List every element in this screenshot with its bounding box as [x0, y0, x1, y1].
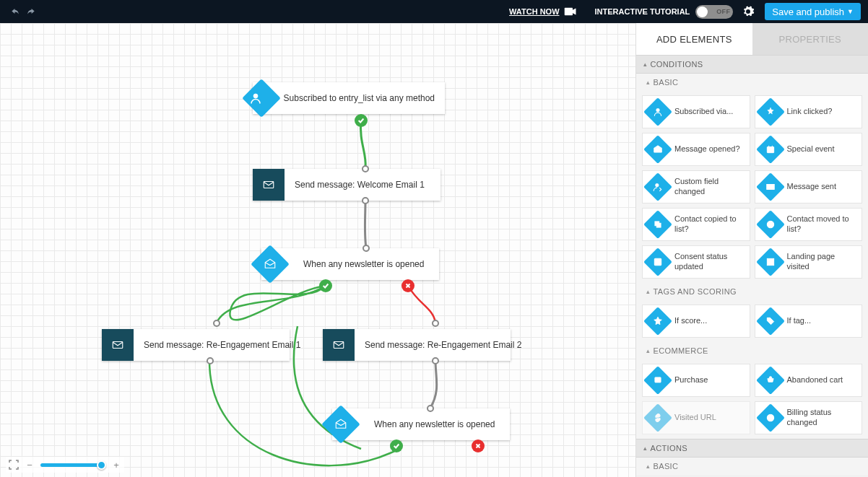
section-conditions[interactable]: CONDITIONS: [636, 55, 868, 74]
section-actions[interactable]: ACTIONS: [636, 439, 868, 458]
watch-now-label: WATCH NOW: [509, 7, 559, 16]
svg-rect-0: [564, 8, 572, 16]
envelope-icon: [253, 169, 285, 201]
subsection-ecommerce[interactable]: ECOMMERCE: [636, 342, 868, 359]
save-label: Save and publish: [772, 6, 844, 17]
svg-rect-6: [767, 147, 773, 153]
node-label: Send message: Re-Engagement Email 2: [355, 340, 531, 350]
node-label: When any newsletter is opened: [293, 259, 434, 269]
tab-add-elements[interactable]: ADD ELEMENTS: [636, 23, 752, 55]
undo-arrow-icon: [10, 6, 20, 17]
flow-node-reengagement-2[interactable]: Send message: Re-Engagement Email 2: [323, 329, 511, 361]
true-output-badge[interactable]: [319, 279, 332, 292]
element-billing-status[interactable]: Billing status changed: [755, 401, 863, 434]
svg-point-14: [768, 319, 769, 320]
svg-rect-15: [655, 377, 661, 382]
element-message-opened[interactable]: Message opened?: [642, 133, 750, 166]
svg-point-5: [656, 108, 660, 112]
toggle-state: OFF: [716, 8, 730, 15]
settings-gear-icon[interactable]: [742, 5, 755, 18]
undo-button[interactable]: [7, 4, 23, 19]
element-if-tag[interactable]: If tag...: [755, 305, 863, 338]
element-visited-url: Visited URL: [642, 401, 750, 434]
svg-point-1: [253, 94, 258, 98]
open-envelope-icon: [325, 408, 357, 440]
flow-node-newsletter-opened-2[interactable]: When any newsletter is opened: [332, 408, 510, 440]
element-link-clicked[interactable]: Link clicked?: [755, 95, 863, 128]
false-output-badge[interactable]: [402, 279, 415, 292]
subsection-basic[interactable]: BASIC: [636, 74, 868, 91]
video-camera-icon: [564, 6, 577, 17]
subsection-tags-scoring[interactable]: TAGS AND SCORING: [636, 283, 868, 300]
svg-rect-2: [264, 182, 274, 188]
element-purchase[interactable]: Purchase: [642, 364, 750, 397]
tab-properties[interactable]: PROPERTIES: [752, 23, 869, 55]
false-output-badge[interactable]: [472, 439, 485, 452]
input-port[interactable]: [427, 405, 434, 412]
element-landing-visited[interactable]: Landing page visited: [755, 245, 863, 279]
node-label: Send message: Re-Engagement Email 1: [134, 340, 311, 350]
flow-node-newsletter-opened-1[interactable]: When any newsletter is opened: [261, 248, 439, 280]
svg-rect-3: [113, 342, 123, 349]
flow-node-subscribed[interactable]: Subscribed to entry_list via any method: [253, 82, 445, 114]
envelope-icon: [102, 329, 134, 361]
element-consent-updated[interactable]: Consent status updated: [642, 245, 750, 279]
fit-screen-icon[interactable]: [9, 460, 19, 470]
element-contact-moved[interactable]: Contact moved to list?: [755, 208, 863, 241]
svg-rect-13: [767, 258, 773, 265]
element-custom-field[interactable]: Custom field changed: [642, 170, 750, 204]
redo-arrow-icon: [26, 6, 36, 17]
output-port[interactable]: [432, 357, 439, 364]
svg-rect-10: [656, 223, 661, 227]
sidebar-panel-body[interactable]: CONDITIONS BASIC Subscribed via... Link …: [636, 55, 868, 477]
watch-now-link[interactable]: WATCH NOW: [509, 6, 576, 17]
element-abandoned-cart[interactable]: Abandoned cart: [755, 364, 863, 397]
output-port[interactable]: [207, 357, 214, 364]
zoom-in-button[interactable]: +: [111, 460, 121, 470]
save-publish-button[interactable]: Save and publish ▼: [765, 3, 861, 20]
slider-knob[interactable]: [97, 460, 106, 470]
flow-node-welcome-email[interactable]: Send message: Welcome Email 1: [253, 169, 440, 201]
element-if-score[interactable]: If score...: [642, 305, 750, 338]
element-subscribed-via[interactable]: Subscribed via...: [642, 95, 750, 128]
open-envelope-icon: [254, 248, 286, 280]
node-label: Subscribed to entry_list via any method: [274, 93, 445, 103]
redo-button[interactable]: [23, 4, 39, 19]
svg-rect-4: [334, 342, 344, 349]
automation-canvas[interactable]: Subscribed to entry_list via any method …: [0, 23, 635, 477]
zoom-out-button[interactable]: −: [25, 460, 35, 470]
input-port[interactable]: [432, 320, 439, 327]
svg-point-7: [656, 183, 659, 187]
true-output-badge[interactable]: [390, 439, 403, 452]
subsection-actions-basic[interactable]: BASIC: [636, 458, 868, 475]
element-contact-copied[interactable]: Contact copied to list?: [642, 208, 750, 241]
input-port[interactable]: [362, 165, 369, 172]
caret-down-icon: ▼: [847, 8, 854, 15]
true-output-badge[interactable]: [355, 114, 368, 127]
input-port[interactable]: [363, 245, 370, 252]
node-label: When any newsletter is opened: [364, 419, 505, 429]
element-special-event[interactable]: Special event: [755, 133, 863, 166]
input-port[interactable]: [213, 320, 220, 327]
node-label: Send message: Welcome Email 1: [285, 180, 435, 190]
element-message-sent[interactable]: Message sent: [755, 170, 863, 204]
person-icon: [246, 82, 266, 114]
tutorial-toggle[interactable]: OFF: [695, 5, 733, 19]
zoom-slider[interactable]: [40, 463, 105, 467]
flow-node-reengagement-1[interactable]: Send message: Re-Engagement Email 1: [102, 329, 290, 361]
output-port[interactable]: [362, 197, 369, 204]
zoom-controls: − +: [6, 457, 124, 473]
tutorial-label: INTERACTIVE TUTORIAL: [595, 7, 690, 16]
envelope-icon: [323, 329, 355, 361]
right-sidebar: ADD ELEMENTS PROPERTIES CONDITIONS BASIC…: [635, 23, 868, 477]
